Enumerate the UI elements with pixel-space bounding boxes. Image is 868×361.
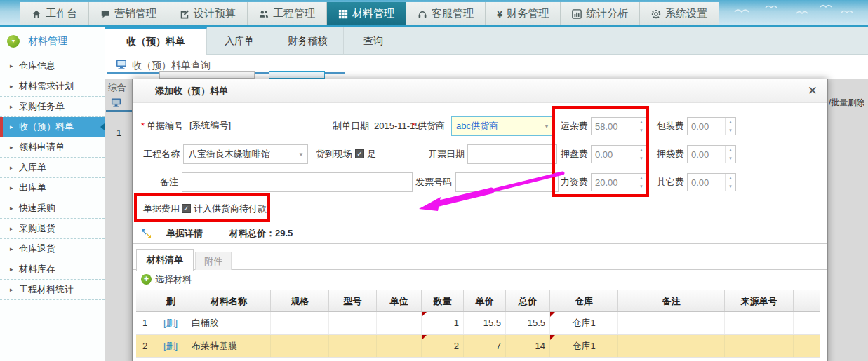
sidebar-item-project-material-stats[interactable]: ▸工程材料统计 — [0, 280, 105, 300]
other-fee-stepper[interactable]: ▲▼ — [687, 173, 736, 191]
nav-item-system-settings[interactable]: 系统设置 — [640, 2, 719, 25]
table-row-selected[interactable]: 2 [删] 布莱特基膜 2 7 14 仓库1 — [136, 335, 820, 358]
tray-fee-label: 押盘费 — [557, 144, 588, 164]
spin-up-icon[interactable]: ▲ — [726, 118, 735, 126]
sidebar-item-material-stock[interactable]: ▸材料库存 — [0, 259, 105, 280]
sidebar-menu: ▸仓库信息 ▸材料需求计划 ▸采购任务单 ▸收（预）料单 ▸领料申请单 ▸入库单… — [0, 56, 105, 300]
expand-icon[interactable] — [141, 229, 152, 242]
sidebar-item-outbound[interactable]: ▸出库单 — [0, 178, 105, 198]
nav-item-workbench[interactable]: 工作台 — [20, 2, 89, 25]
cell-source — [725, 335, 794, 357]
sidebar-item-purchase-task[interactable]: ▸采购任务单 — [0, 97, 105, 117]
cell-qty[interactable]: 1 — [422, 312, 464, 334]
collapse-circle-icon[interactable]: ▼ — [7, 35, 20, 48]
tri-right-icon: ▸ — [10, 158, 13, 177]
tri-right-icon: ▸ — [10, 219, 13, 238]
tab-receive-material[interactable]: 收（预）料单 — [105, 27, 207, 55]
table-row[interactable]: 1 [删] 白桶胶 1 15.5 15.5 仓库1 — [136, 312, 820, 335]
nav-item-design-budget[interactable]: 设计预算 — [168, 2, 248, 25]
col-header-name: 材料名称 — [187, 290, 271, 311]
packing-fee-stepper[interactable]: ▲▼ — [687, 117, 736, 135]
close-icon[interactable]: ✕ — [808, 84, 817, 98]
spin-up-icon[interactable]: ▲ — [636, 146, 646, 154]
sidebar-item-warehouse-return[interactable]: ▸仓库退货 — [0, 239, 105, 259]
grid-icon — [338, 9, 348, 19]
doc-cost-checkbox-label: 计入供货商待付款 — [194, 199, 267, 219]
freight-fee-stepper[interactable]: ▲▼ — [591, 117, 647, 135]
cell-qty[interactable]: 2 — [422, 335, 464, 357]
sidebar-item-quick-purchase[interactable]: ▸快速采购 — [0, 198, 105, 219]
nav-item-engineering[interactable]: 工程管理 — [248, 2, 327, 25]
spin-down-icon[interactable]: ▼ — [636, 154, 646, 163]
top-nav: 工作台 营销管理 设计预算 工程管理 材料管理 客服管理 ¥ 财务管理 统计分析 — [20, 2, 719, 25]
cell-price[interactable]: 15.5 — [464, 312, 506, 334]
bag-fee-input[interactable] — [688, 146, 725, 163]
add-material-button[interactable]: 选择材料 — [155, 271, 192, 289]
labor-fee-stepper[interactable]: ▲▼ — [591, 173, 647, 191]
spin-up-icon[interactable]: ▲ — [636, 118, 646, 126]
cell-warehouse[interactable]: 仓库1 — [550, 312, 618, 334]
delete-link[interactable]: [删] — [163, 318, 178, 328]
spin-up-icon[interactable]: ▲ — [636, 174, 646, 182]
freight-fee-input[interactable] — [592, 118, 636, 135]
delivered-checkbox[interactable]: ✓ — [355, 149, 364, 158]
labor-fee-input[interactable] — [592, 174, 636, 191]
tab-attachments[interactable]: 附件 — [195, 252, 232, 270]
sidebar-item-material-demand-plan[interactable]: ▸材料需求计划 — [0, 76, 105, 97]
home-icon — [32, 9, 41, 19]
nav-label: 材料管理 — [352, 7, 394, 20]
caret-down-icon: ▼ — [298, 151, 304, 158]
col-header-qty: 数量 — [422, 290, 464, 311]
make-date-label: 制单日期 — [330, 116, 369, 136]
delete-link[interactable]: [删] — [163, 341, 178, 351]
tab-query[interactable]: 查询 — [344, 27, 403, 55]
tray-fee-stepper[interactable]: ▲▼ — [591, 145, 647, 163]
tab-inbound[interactable]: 入库单 — [207, 27, 272, 55]
spin-down-icon[interactable]: ▼ — [636, 126, 646, 135]
spin-up-icon[interactable]: ▲ — [726, 146, 735, 154]
tray-fee-input[interactable] — [592, 146, 636, 163]
nav-item-materials[interactable]: 材料管理 — [327, 2, 406, 25]
col-header-warehouse: 仓库 — [550, 290, 618, 311]
packing-fee-input[interactable] — [688, 118, 725, 135]
sidebar-header[interactable]: ▼ 材料管理 — [0, 27, 105, 55]
tri-right-icon: ▸ — [10, 239, 13, 259]
sidebar-title: 材料管理 — [28, 35, 67, 48]
invoice-no-input[interactable] — [455, 172, 559, 192]
tab-finance-audit[interactable]: 财务稽核 — [272, 27, 344, 55]
cell-warehouse[interactable]: 仓库1 — [550, 335, 618, 357]
doc-cost-checkbox[interactable]: ✓ — [182, 204, 191, 213]
spin-down-icon[interactable]: ▼ — [636, 182, 646, 191]
tri-right-icon: ▸ — [10, 117, 13, 137]
spin-up-icon[interactable]: ▲ — [726, 174, 735, 182]
sidebar-item-inbound[interactable]: ▸入库单 — [0, 158, 105, 178]
nav-item-finance[interactable]: ¥ 财务管理 — [486, 2, 561, 25]
cell-price[interactable]: 7 — [464, 335, 506, 357]
add-icon[interactable]: + — [141, 274, 152, 285]
invoice-date-input[interactable] — [467, 144, 557, 164]
invoice-no-label: 发票号码 — [413, 172, 452, 192]
cell-extra — [794, 312, 820, 334]
nav-item-customer-service[interactable]: 客服管理 — [406, 2, 486, 25]
tri-right-icon: ▸ — [10, 280, 13, 299]
nav-item-statistics[interactable]: 统计分析 — [561, 2, 640, 25]
bag-fee-stepper[interactable]: ▲▼ — [687, 145, 736, 163]
sidebar-item-warehouse-info[interactable]: ▸仓库信息 — [0, 56, 105, 76]
spin-down-icon[interactable]: ▼ — [726, 182, 735, 191]
spin-down-icon[interactable]: ▼ — [726, 126, 735, 135]
tri-right-icon: ▸ — [10, 97, 13, 116]
spin-down-icon[interactable]: ▼ — [726, 154, 735, 163]
supplier-select[interactable]: abc供货商 ▼ — [451, 116, 554, 136]
project-select[interactable]: 八宝街良木缘咖啡馆 ▼ — [183, 144, 308, 164]
sidebar-item-receive-material[interactable]: ▸收（预）料单 — [0, 117, 105, 137]
dialog-header[interactable]: 添加收（预）料单 ✕ — [133, 79, 827, 103]
tab-material-list[interactable]: 材料清单 — [136, 249, 194, 271]
remark-label: 备注 — [150, 172, 178, 192]
remark-input[interactable] — [182, 172, 413, 192]
doc-no-input[interactable] — [188, 116, 307, 135]
nav-item-marketing[interactable]: 营销管理 — [89, 2, 168, 25]
sidebar-item-material-request[interactable]: ▸领料申请单 — [0, 137, 105, 158]
other-fee-input[interactable] — [688, 174, 725, 191]
cell-delete: [删] — [154, 335, 187, 357]
sidebar-item-purchase-return[interactable]: ▸采购退货 — [0, 219, 105, 239]
